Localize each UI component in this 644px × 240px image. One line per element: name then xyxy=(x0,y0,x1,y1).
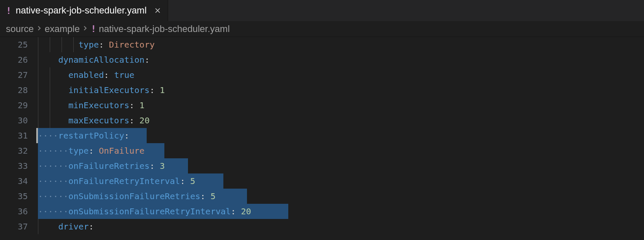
editor-tab[interactable]: ! native-spark-job-scheduler.yaml xyxy=(0,0,168,21)
breadcrumb-file[interactable]: native-spark-job-scheduler.yaml xyxy=(99,24,230,35)
breadcrumb[interactable]: source example ! native-spark-job-schedu… xyxy=(0,21,644,37)
code-line[interactable]: ······type: OnFailure xyxy=(38,143,644,158)
line-number: 31 xyxy=(0,128,28,143)
line-number: 34 xyxy=(0,173,28,189)
code-area[interactable]: type: Directory dynamicAllocation: enabl… xyxy=(38,37,644,234)
code-line[interactable]: ······onSubmissionFailureRetryInterval: … xyxy=(38,204,644,219)
line-number-gutter: 25262728293031323334353637 xyxy=(0,37,38,234)
code-line[interactable]: ····restartPolicy: xyxy=(38,128,644,143)
line-number: 29 xyxy=(0,98,28,113)
line-number: 36 xyxy=(0,204,28,219)
close-icon[interactable] xyxy=(153,6,162,15)
yaml-file-icon: ! xyxy=(91,24,96,34)
chevron-right-icon xyxy=(82,24,88,33)
line-number: 25 xyxy=(0,37,28,52)
line-number: 30 xyxy=(0,113,28,128)
code-line[interactable]: ······onSubmissionFailureRetries: 5 xyxy=(38,189,644,204)
tab-bar: ! native-spark-job-scheduler.yaml xyxy=(0,0,644,21)
code-line[interactable]: maxExecutors: 20 xyxy=(38,113,644,128)
line-number: 35 xyxy=(0,189,28,204)
yaml-file-icon: ! xyxy=(6,5,11,16)
code-line[interactable]: type: Directory xyxy=(38,37,644,52)
line-number: 37 xyxy=(0,219,28,234)
line-number: 33 xyxy=(0,158,28,173)
code-line[interactable]: dynamicAllocation: xyxy=(38,52,644,67)
code-line[interactable]: ······onFailureRetries: 3 xyxy=(38,158,644,173)
breadcrumb-item[interactable]: source xyxy=(6,24,34,35)
chevron-right-icon xyxy=(36,24,42,33)
breadcrumb-item[interactable]: example xyxy=(45,24,80,35)
code-line[interactable]: ······onFailureRetryInterval: 5 xyxy=(38,173,644,189)
code-line[interactable]: initialExecutors: 1 xyxy=(38,83,644,98)
tab-filename: native-spark-job-scheduler.yaml xyxy=(16,5,147,16)
line-number: 26 xyxy=(0,52,28,67)
code-editor[interactable]: 25262728293031323334353637 type: Directo… xyxy=(0,37,644,234)
line-number: 27 xyxy=(0,67,28,83)
code-line[interactable]: enabled: true xyxy=(38,67,644,83)
line-number: 32 xyxy=(0,143,28,158)
code-line[interactable]: driver: xyxy=(38,219,644,234)
code-line[interactable]: minExecutors: 1 xyxy=(38,98,644,113)
line-number: 28 xyxy=(0,83,28,98)
